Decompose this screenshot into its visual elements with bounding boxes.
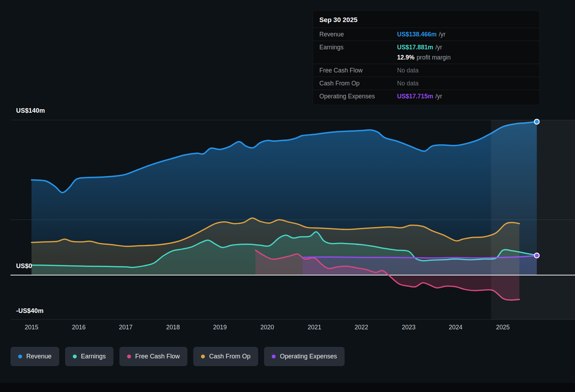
x-tick-2025: 2025 — [496, 324, 510, 331]
legend-label: Earnings — [81, 353, 106, 360]
end-marker-operating_expenses — [534, 253, 539, 258]
tooltip-label: Revenue — [319, 31, 397, 38]
tooltip-label: Operating Expenses — [319, 93, 397, 100]
tooltip-date: Sep 30 2025 — [313, 11, 539, 28]
tooltip-label: Free Cash Flow — [319, 67, 397, 74]
x-tick-2015: 2015 — [25, 324, 39, 331]
legend-item-cash-from-op[interactable]: Cash From Op — [193, 347, 258, 366]
tooltip-row-profit-margin: 12.9%profit margin — [313, 54, 539, 64]
tooltip-value: US$138.466m/yr — [397, 31, 533, 38]
legend-item-free-cash-flow[interactable]: Free Cash Flow — [119, 347, 187, 366]
revenue-dot-icon — [18, 355, 22, 358]
y-axis-label-neg40m: -US$40m — [16, 307, 43, 315]
tooltip-row-revenue: Revenue US$138.466m/yr — [313, 28, 539, 41]
free-cash-flow-dot-icon — [127, 355, 131, 358]
y-axis-label-0: US$0 — [16, 262, 32, 270]
legend-label: Operating Expenses — [280, 353, 337, 360]
tooltip-row-free-cash-flow: Free Cash Flow No data — [313, 64, 539, 77]
end-marker-revenue — [534, 119, 539, 124]
tooltip-row-operating-expenses: Operating Expenses US$17.715m/yr — [313, 90, 539, 103]
tooltip-row-earnings: Earnings US$17.881m/yr — [313, 41, 539, 54]
legend-label: Revenue — [26, 353, 51, 360]
tooltip-label: Cash From Op — [319, 80, 397, 87]
legend-label: Free Cash Flow — [135, 353, 180, 360]
x-tick-2022: 2022 — [355, 324, 368, 331]
tooltip-row-cash-from-op: Cash From Op No data — [313, 77, 539, 90]
financial-chart-page: US$140m US$0 -US$40m 2015 2016 2017 2018… — [0, 0, 575, 392]
tooltip-value: No data — [397, 67, 533, 74]
x-tick-2018: 2018 — [166, 324, 180, 331]
y-axis-label-140m: US$140m — [16, 107, 45, 114]
earnings-dot-icon — [73, 355, 77, 358]
x-tick-2023: 2023 — [402, 324, 416, 331]
x-tick-2024: 2024 — [449, 324, 463, 331]
tooltip-value: 12.9%profit margin — [397, 54, 533, 61]
legend-item-earnings[interactable]: Earnings — [65, 347, 113, 366]
x-tick-2019: 2019 — [213, 324, 227, 331]
legend-label: Cash From Op — [209, 353, 250, 360]
tooltip-label: Earnings — [319, 44, 397, 51]
legend-item-revenue[interactable]: Revenue — [11, 347, 59, 366]
tooltip-value: US$17.881m/yr — [397, 44, 533, 51]
chart-tooltip: Sep 30 2025 Revenue US$138.466m/yr Earni… — [313, 10, 540, 105]
x-tick-2016: 2016 — [72, 324, 86, 331]
bottom-strip — [0, 383, 575, 392]
x-tick-2021: 2021 — [308, 324, 321, 331]
operating-expenses-dot-icon — [272, 355, 276, 358]
x-tick-2017: 2017 — [119, 324, 133, 331]
x-tick-2020: 2020 — [261, 324, 274, 331]
chart-legend: Revenue Earnings Free Cash Flow Cash Fro… — [11, 347, 345, 366]
tooltip-value: No data — [397, 80, 533, 87]
legend-item-operating-expenses[interactable]: Operating Expenses — [264, 347, 345, 366]
highlight-band — [491, 120, 575, 320]
cash-from-op-dot-icon — [201, 355, 205, 358]
tooltip-value: US$17.715m/yr — [397, 93, 533, 100]
